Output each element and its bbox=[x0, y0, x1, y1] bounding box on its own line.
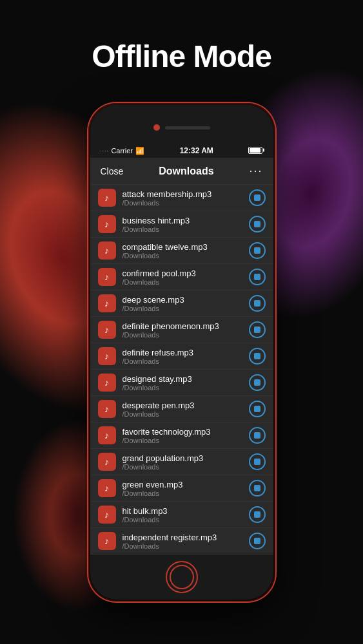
item-info: green even.mp3 /Downloads bbox=[123, 480, 242, 497]
download-item[interactable]: ♪ favorite technology.mp3 /Downloads bbox=[90, 422, 273, 449]
status-time: 12:32 AM bbox=[180, 146, 213, 155]
item-path: /Downloads bbox=[123, 199, 242, 207]
music-icon: ♪ bbox=[98, 374, 116, 392]
download-status-button[interactable] bbox=[249, 189, 266, 206]
download-status-button[interactable] bbox=[249, 295, 266, 312]
music-icon: ♪ bbox=[98, 189, 116, 207]
music-icon: ♪ bbox=[98, 294, 116, 312]
item-info: definite refuse.mp3 /Downloads bbox=[123, 348, 242, 365]
download-status-icon bbox=[254, 485, 260, 491]
item-info: desperate pen.mp3 /Downloads bbox=[123, 401, 242, 418]
item-name: definite phenomenon.mp3 bbox=[123, 321, 242, 331]
camera-dot bbox=[153, 124, 160, 131]
item-name: deep scene.mp3 bbox=[123, 295, 242, 305]
download-item[interactable]: ♪ designed stay.mp3 /Downloads bbox=[90, 370, 273, 396]
item-path: /Downloads bbox=[123, 516, 242, 524]
phone-top-bar bbox=[90, 105, 273, 144]
item-name: attack membership.mp3 bbox=[123, 189, 242, 199]
status-bar: ···· Carrier 📶 12:32 AM bbox=[90, 144, 273, 158]
item-name: independent register.mp3 bbox=[123, 533, 242, 542]
download-item[interactable]: ♪ business hint.mp3 /Downloads bbox=[90, 211, 273, 238]
download-item[interactable]: ♪ desperate pen.mp3 /Downloads bbox=[90, 396, 273, 422]
download-status-button[interactable] bbox=[249, 269, 266, 285]
download-status-button[interactable] bbox=[249, 427, 266, 444]
item-info: favorite technology.mp3 /Downloads bbox=[123, 427, 242, 444]
download-status-button[interactable] bbox=[249, 374, 266, 391]
item-path: /Downloads bbox=[123, 305, 242, 312]
item-path: /Downloads bbox=[123, 489, 242, 497]
item-info: hit bulk.mp3 /Downloads bbox=[123, 506, 242, 524]
music-icon: ♪ bbox=[98, 321, 116, 339]
item-name: definite refuse.mp3 bbox=[123, 348, 242, 357]
item-info: confirmed pool.mp3 /Downloads bbox=[123, 269, 242, 286]
download-item[interactable]: ♪ attack membership.mp3 /Downloads bbox=[90, 185, 273, 211]
download-status-button[interactable] bbox=[249, 401, 266, 417]
download-status-button[interactable] bbox=[249, 533, 266, 549]
item-name: hit bulk.mp3 bbox=[123, 506, 242, 516]
music-icon: ♪ bbox=[98, 453, 116, 471]
item-info: definite phenomenon.mp3 /Downloads bbox=[123, 321, 242, 339]
download-item[interactable]: ♪ independent register.mp3 /Downloads bbox=[90, 528, 273, 554]
download-status-icon bbox=[254, 538, 260, 544]
speaker-bar bbox=[165, 126, 210, 129]
item-info: designed stay.mp3 /Downloads bbox=[123, 374, 242, 392]
download-status-button[interactable] bbox=[249, 216, 266, 232]
carrier-label: Carrier bbox=[111, 147, 133, 155]
more-options-button[interactable]: ··· bbox=[249, 164, 262, 178]
download-item[interactable]: ♪ grand population.mp3 /Downloads bbox=[90, 449, 273, 475]
music-icon: ♪ bbox=[98, 479, 116, 497]
item-name: designed stay.mp3 bbox=[123, 374, 242, 384]
music-icon: ♪ bbox=[98, 426, 116, 444]
download-item[interactable]: ♪ compatible twelve.mp3 /Downloads bbox=[90, 238, 273, 264]
item-name: favorite technology.mp3 bbox=[123, 427, 242, 437]
close-button[interactable]: Close bbox=[101, 166, 124, 176]
download-status-icon bbox=[254, 406, 260, 412]
item-path: /Downloads bbox=[123, 437, 242, 444]
downloads-title: Downloads bbox=[159, 166, 213, 177]
download-status-button[interactable] bbox=[249, 321, 266, 338]
item-info: attack membership.mp3 /Downloads bbox=[123, 189, 242, 207]
download-item[interactable]: ♪ deep scene.mp3 /Downloads bbox=[90, 290, 273, 317]
wifi-icon: 📶 bbox=[135, 147, 144, 155]
download-status-icon bbox=[254, 274, 260, 280]
download-status-button[interactable] bbox=[249, 453, 266, 470]
download-status-button[interactable] bbox=[249, 348, 266, 365]
item-path: /Downloads bbox=[123, 384, 242, 392]
download-item[interactable]: ♪ definite refuse.mp3 /Downloads bbox=[90, 343, 273, 370]
download-item[interactable]: ♪ confirmed pool.mp3 /Downloads bbox=[90, 264, 273, 290]
home-button-inner bbox=[170, 565, 194, 589]
music-icon: ♪ bbox=[98, 506, 116, 524]
item-name: confirmed pool.mp3 bbox=[123, 269, 242, 278]
download-status-icon bbox=[254, 459, 260, 465]
item-info: deep scene.mp3 /Downloads bbox=[123, 295, 242, 312]
download-status-button[interactable] bbox=[249, 242, 266, 259]
download-status-icon bbox=[254, 353, 260, 359]
music-icon: ♪ bbox=[98, 400, 116, 418]
item-info: compatible twelve.mp3 /Downloads bbox=[123, 242, 242, 260]
status-left: ···· Carrier 📶 bbox=[101, 147, 145, 155]
download-status-icon bbox=[254, 300, 260, 307]
download-item[interactable]: ♪ hit bulk.mp3 /Downloads bbox=[90, 502, 273, 528]
item-info: business hint.mp3 /Downloads bbox=[123, 216, 242, 233]
download-item[interactable]: ♪ definite phenomenon.mp3 /Downloads bbox=[90, 317, 273, 343]
music-icon: ♪ bbox=[98, 532, 116, 550]
download-status-button[interactable] bbox=[249, 480, 266, 497]
item-name: compatible twelve.mp3 bbox=[123, 242, 242, 252]
download-status-icon bbox=[254, 194, 260, 201]
downloads-list: ♪ attack membership.mp3 /Downloads ♪ bus… bbox=[90, 185, 273, 554]
item-name: green even.mp3 bbox=[123, 480, 242, 489]
download-status-icon bbox=[254, 432, 260, 439]
battery-indicator bbox=[248, 147, 262, 155]
download-status-icon bbox=[254, 327, 260, 333]
item-path: /Downloads bbox=[123, 357, 242, 365]
item-path: /Downloads bbox=[123, 410, 242, 418]
download-item[interactable]: ♪ green even.mp3 /Downloads bbox=[90, 475, 273, 502]
item-name: desperate pen.mp3 bbox=[123, 401, 242, 410]
phone-bottom bbox=[90, 554, 273, 600]
phone-inner: ···· Carrier 📶 12:32 AM Close Downloads … bbox=[90, 105, 273, 600]
item-path: /Downloads bbox=[123, 542, 242, 550]
page-title: Offline Mode bbox=[0, 39, 363, 74]
download-status-button[interactable] bbox=[249, 506, 266, 523]
item-path: /Downloads bbox=[123, 252, 242, 260]
home-button[interactable] bbox=[166, 561, 198, 593]
